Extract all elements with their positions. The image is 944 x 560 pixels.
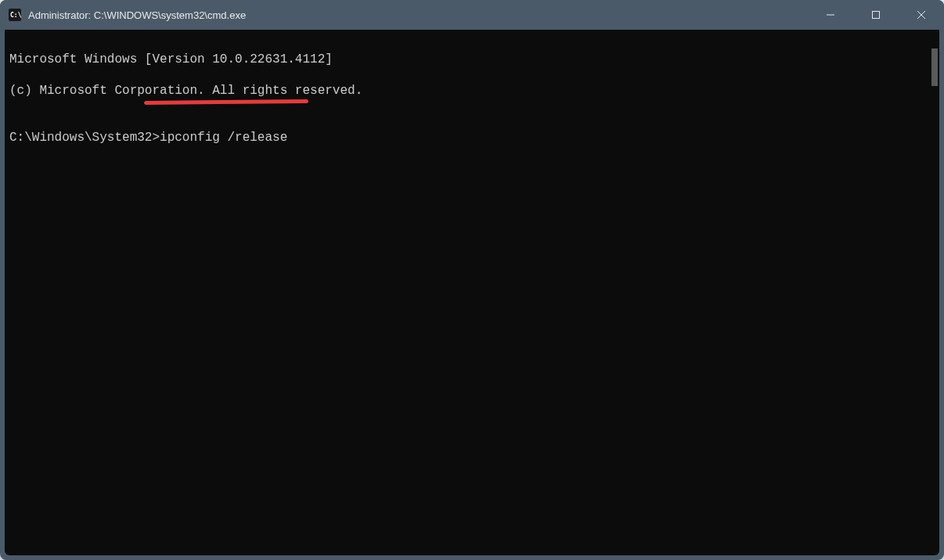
terminal-content[interactable]: Microsoft Windows [Version 10.0.22631.41…: [5, 30, 928, 555]
window-title: Administrator: C:\WINDOWS\system32\cmd.e…: [28, 9, 246, 21]
cmd-window: C:\ Administrator: C:\WINDOWS\system32\c…: [0, 0, 944, 560]
terminal-prompt-line: C:\Windows\System32>ipconfig /release: [9, 130, 924, 145]
window-controls: [808, 0, 944, 30]
minimize-button[interactable]: [808, 0, 853, 30]
red-underline-annotation: [144, 99, 308, 105]
close-button[interactable]: [899, 0, 944, 30]
scrollbar-track[interactable]: [928, 30, 939, 555]
terminal-line-copyright: (c) Microsoft Corporation. All rights re…: [9, 83, 924, 99]
svg-text:C:\: C:\: [10, 12, 21, 19]
maximize-button[interactable]: [853, 0, 899, 30]
svg-rect-3: [873, 12, 880, 19]
scrollbar-thumb[interactable]: [931, 48, 938, 86]
titlebar[interactable]: C:\ Administrator: C:\WINDOWS\system32\c…: [0, 0, 944, 30]
cmd-icon: C:\: [8, 8, 22, 22]
terminal-prompt: C:\Windows\System32>: [9, 131, 160, 145]
terminal-command: ipconfig /release: [160, 131, 287, 145]
terminal-area[interactable]: Microsoft Windows [Version 10.0.22631.41…: [5, 30, 939, 555]
terminal-line-version: Microsoft Windows [Version 10.0.22631.41…: [9, 52, 924, 67]
